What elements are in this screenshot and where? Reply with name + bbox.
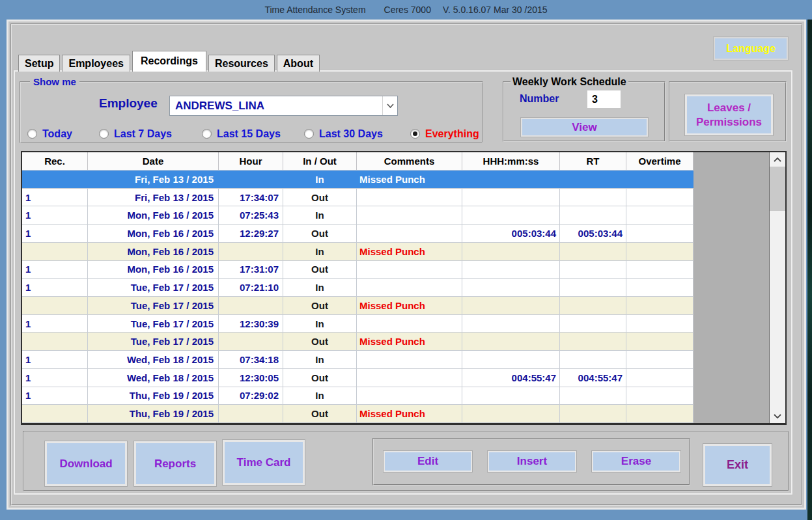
table-scrollbar[interactable] [769, 152, 785, 423]
radio-today[interactable]: Today [27, 128, 72, 139]
table-row[interactable]: 1Mon, Feb 16 / 201517:31:07Out [22, 261, 693, 279]
combo-dropdown-icon[interactable] [382, 96, 397, 115]
employee-value: ANDREWS_LINA [175, 96, 264, 115]
radio-label: Last 30 Days [319, 128, 383, 140]
table-row[interactable]: 1Mon, Feb 16 / 201512:29:27Out005:03:440… [22, 225, 693, 243]
weekly-schedule-label: Weekly Work Schedule [511, 76, 628, 88]
insert-button[interactable]: Insert [488, 451, 576, 472]
reports-button[interactable]: Reports [134, 441, 216, 486]
radio-circle-icon[interactable] [27, 129, 37, 139]
cell-rec: 1 [22, 369, 88, 387]
edit-button[interactable]: Edit [384, 451, 472, 472]
version-text: V. 5.0.16.07 Mar 30 /2015 [443, 5, 548, 15]
cell-date: Fri, Feb 13 / 2015 [88, 171, 219, 188]
table-row[interactable]: Tue, Feb 17 / 2015OutMissed Punch [22, 297, 693, 315]
scrollbar-thumb[interactable] [770, 167, 785, 211]
cell-overtime [626, 279, 693, 296]
table-row[interactable]: 1Thu, Feb 19 / 201507:29:02In [22, 387, 693, 405]
column-header: HHH:mm:ss [462, 152, 560, 170]
cell-hhh [462, 351, 560, 368]
cell-comments [357, 387, 462, 405]
employee-combobox[interactable]: ANDREWS_LINA [169, 96, 398, 116]
cell-date: Tue, Feb 17 / 2015 [88, 279, 219, 296]
cell-date: Mon, Feb 16 / 2015 [88, 261, 219, 279]
cell-inout: Out [283, 225, 357, 242]
cell-overtime [626, 243, 693, 260]
table-row[interactable]: 1Tue, Feb 17 / 201507:21:10In [22, 279, 693, 297]
table-row[interactable]: Fri, Feb 13 / 2015InMissed Punch [22, 171, 693, 189]
table-row[interactable]: 1Fri, Feb 13 / 201517:34:07Out [22, 189, 693, 207]
radio-last-7-days[interactable]: Last 7 Days [99, 128, 172, 139]
erase-button[interactable]: Erase [592, 451, 680, 472]
cell-rec: 1 [22, 206, 88, 224]
cell-rec [22, 171, 88, 188]
radio-circle-icon[interactable] [99, 129, 109, 139]
cell-comments: Missed Punch [357, 297, 462, 314]
radio-circle-icon[interactable] [410, 129, 420, 139]
cell-rec: 1 [22, 351, 88, 368]
cell-date: Thu, Feb 19 / 2015 [88, 405, 219, 422]
radio-circle-icon[interactable] [202, 129, 212, 139]
download-button[interactable]: Download [45, 441, 127, 486]
number-input[interactable]: 3 [587, 90, 621, 108]
cell-hour: 07:25:43 [219, 206, 283, 224]
table-row[interactable]: 1Wed, Feb 18 / 201507:34:18In [22, 351, 693, 369]
scroll-down-button[interactable] [770, 409, 785, 423]
language-button[interactable]: Language [714, 37, 788, 60]
cell-hhh [462, 405, 560, 422]
cell-overtime [626, 369, 693, 387]
product-name: Ceres 7000 [384, 5, 431, 15]
cell-date: Thu, Feb 19 / 2015 [88, 387, 219, 405]
cell-hour [219, 243, 283, 260]
radio-last-30-days[interactable]: Last 30 Days [304, 128, 383, 139]
cell-hour: 07:29:02 [219, 387, 283, 405]
table-row[interactable]: 1Tue, Feb 17 / 201512:30:39In [22, 315, 693, 333]
column-header: In / Out [283, 152, 357, 170]
tab-setup[interactable]: Setup [18, 55, 60, 72]
leaves-permissions-button[interactable]: Leaves / Permissions [685, 94, 773, 135]
cell-overtime [626, 351, 693, 368]
cell-comments [357, 315, 462, 333]
cell-hhh [462, 333, 560, 350]
cell-date: Tue, Feb 17 / 2015 [88, 297, 219, 314]
cell-rec: 1 [22, 387, 88, 405]
cell-hour [219, 297, 283, 314]
cell-hhh: 004:55:47 [462, 369, 560, 387]
cell-date: Wed, Feb 18 / 2015 [88, 369, 219, 387]
cell-hour: 07:21:10 [219, 279, 283, 296]
cell-date: Tue, Feb 17 / 2015 [88, 315, 219, 333]
tab-resources[interactable]: Resources [208, 55, 275, 72]
cell-comments [357, 189, 462, 206]
table-row[interactable]: Mon, Feb 16 / 2015InMissed Punch [22, 243, 693, 261]
table-row[interactable]: Thu, Feb 19 / 2015OutMissed Punch [22, 405, 693, 423]
radio-everything[interactable]: Everything [410, 128, 479, 139]
cell-hour [219, 405, 283, 422]
cell-inout: In [283, 315, 357, 333]
cell-date: Mon, Feb 16 / 2015 [88, 206, 219, 224]
table-row[interactable]: 1Wed, Feb 18 / 201512:30:05Out004:55:470… [22, 369, 693, 387]
cell-inout: Out [283, 333, 357, 350]
cell-inout: In [283, 279, 357, 296]
radio-last-15-days[interactable]: Last 15 Days [202, 128, 281, 139]
tab-recordings[interactable]: Recordings [132, 51, 206, 72]
view-button[interactable]: View [521, 118, 648, 137]
table-rows: Fri, Feb 13 / 2015InMissed Punch1Fri, Fe… [22, 171, 693, 423]
table-filler [693, 152, 769, 423]
cell-inout: In [283, 351, 357, 368]
cell-overtime [626, 261, 693, 279]
cell-overtime [626, 405, 693, 422]
table-row[interactable]: Tue, Feb 17 / 2015OutMissed Punch [22, 333, 693, 351]
cell-hour: 17:34:07 [219, 189, 283, 206]
cell-inout: In [283, 171, 357, 188]
exit-button[interactable]: Exit [703, 444, 772, 486]
tab-about[interactable]: About [277, 55, 320, 72]
cell-overtime [626, 206, 693, 224]
cell-comments [357, 206, 462, 224]
scroll-up-button[interactable] [770, 152, 785, 167]
radio-circle-icon[interactable] [304, 129, 314, 139]
tab-employees[interactable]: Employees [62, 55, 130, 72]
table-row[interactable]: 1Mon, Feb 16 / 201507:25:43In [22, 206, 693, 225]
time-card-button[interactable]: Time Card [223, 440, 305, 485]
cell-hour: 07:34:18 [219, 351, 283, 368]
cell-comments: Missed Punch [357, 405, 462, 422]
